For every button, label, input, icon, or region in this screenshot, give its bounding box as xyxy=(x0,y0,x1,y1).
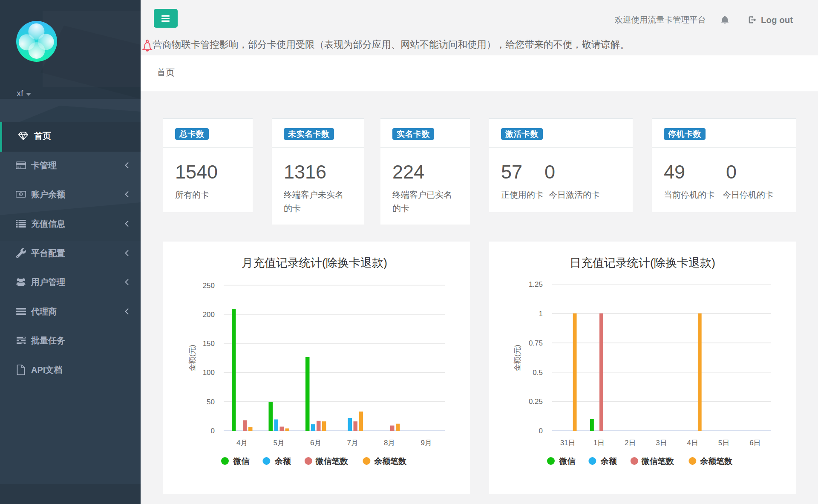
svg-text:50: 50 xyxy=(207,398,215,406)
svg-text:100: 100 xyxy=(203,369,215,377)
svg-text:余额笔数: 余额笔数 xyxy=(700,457,733,466)
svg-text:8月: 8月 xyxy=(384,439,395,447)
svg-text:金额(元): 金额(元) xyxy=(188,345,196,371)
svg-text:5日: 5日 xyxy=(718,439,729,447)
svg-text:5月: 5月 xyxy=(274,439,285,447)
svg-text:日充值记录统计(除换卡退款): 日充值记录统计(除换卡退款) xyxy=(570,256,715,269)
svg-text:9月: 9月 xyxy=(421,439,432,447)
svg-text:2日: 2日 xyxy=(625,439,636,447)
svg-text:0: 0 xyxy=(211,427,215,435)
svg-text:0.25: 0.25 xyxy=(529,397,543,406)
svg-text:余额: 余额 xyxy=(274,457,291,466)
svg-text:余额笔数: 余额笔数 xyxy=(374,457,407,466)
svg-text:6日: 6日 xyxy=(749,439,760,447)
svg-text:1: 1 xyxy=(539,310,543,318)
svg-text:31日: 31日 xyxy=(560,439,576,447)
svg-text:1.25: 1.25 xyxy=(529,280,543,288)
svg-text:微信笔数: 微信笔数 xyxy=(315,457,349,466)
svg-text:微信笔数: 微信笔数 xyxy=(641,457,674,466)
svg-text:3日: 3日 xyxy=(656,439,667,447)
svg-text:6月: 6月 xyxy=(310,439,321,447)
svg-text:金额(元): 金额(元) xyxy=(513,345,521,371)
svg-text:7月: 7月 xyxy=(347,439,358,447)
svg-text:月充值记录统计(除换卡退款): 月充值记录统计(除换卡退款) xyxy=(242,256,387,269)
svg-text:4日: 4日 xyxy=(687,439,698,447)
svg-text:0: 0 xyxy=(539,427,543,435)
svg-text:微信: 微信 xyxy=(559,457,576,466)
svg-text:200: 200 xyxy=(203,311,215,319)
svg-text:0.75: 0.75 xyxy=(529,339,543,347)
svg-text:150: 150 xyxy=(203,340,215,348)
svg-text:微信: 微信 xyxy=(233,457,250,466)
svg-text:余额: 余额 xyxy=(600,457,617,466)
svg-text:4月: 4月 xyxy=(236,439,248,447)
svg-text:1日: 1日 xyxy=(593,439,605,447)
svg-text:0.5: 0.5 xyxy=(533,369,543,377)
svg-text:250: 250 xyxy=(203,282,215,290)
